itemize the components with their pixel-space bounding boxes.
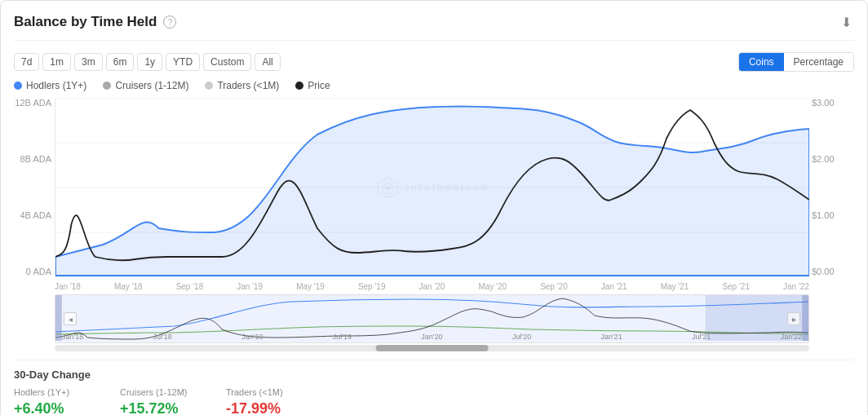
price-dot	[295, 82, 303, 90]
svg-rect-11	[802, 295, 808, 341]
card-title: Balance by Time Held	[14, 14, 157, 30]
y-right-label-1: $2.00	[812, 154, 848, 164]
filter-3m[interactable]: 3m	[74, 53, 103, 71]
svg-rect-10	[55, 295, 62, 341]
download-icon[interactable]: ⬇	[838, 14, 854, 30]
price-label: Price	[308, 80, 330, 91]
time-filters: 7d 1m 3m 6m 1y YTD Custom All	[14, 53, 281, 71]
mini-chart: Jan'18 Jul'18 Jan'19 Jul'19 Jan'20 Jul'2…	[55, 294, 809, 343]
stat-value-0: +6.40%	[14, 400, 87, 415]
hodlers-dot	[14, 82, 22, 90]
title-group: Balance by Time Held ?	[14, 14, 176, 30]
y-axis-left: 12B ADA 8B ADA 4B ADA 0 ADA	[15, 98, 51, 276]
chart-wrapper: intotheblock 12B ADA 8B ADA 4B ADA 0 ADA…	[55, 98, 809, 351]
traders-dot	[205, 82, 213, 90]
x-label-4: May '19	[296, 282, 325, 291]
stat-value-1: +15.72%	[120, 400, 193, 415]
y-right-label-0: $3.00	[812, 98, 848, 108]
toolbar: 7d 1m 3m 6m 1y YTD Custom All Coins Perc…	[14, 52, 854, 72]
stat-header-1: Cruisers (1-12M)	[120, 387, 193, 397]
mini-chart-left-arrow[interactable]: ◂	[64, 312, 77, 325]
stat-header-2: Traders (<1M)	[226, 387, 299, 397]
y-left-label-3: 0 ADA	[15, 267, 51, 276]
main-chart-area: intotheblock 12B ADA 8B ADA 4B ADA 0 ADA…	[55, 98, 809, 277]
stat-header-0: Hodlers (1Y+)	[14, 387, 87, 397]
mini-chart-right-arrow[interactable]: ▸	[787, 312, 800, 325]
filter-all[interactable]: All	[255, 53, 280, 71]
scrollbar-thumb[interactable]	[375, 345, 489, 351]
x-label-7: May '20	[478, 282, 507, 291]
legend-hodlers: Hodlers (1Y+)	[14, 80, 86, 91]
y-left-label-0: 12B ADA	[15, 98, 51, 108]
svg-rect-8	[55, 295, 808, 341]
x-label-12: Jan '22	[783, 282, 809, 291]
stats-section: 30-Day Change Hodlers (1Y+) Cruisers (1-…	[14, 360, 854, 415]
legend-cruisers: Cruisers (1-12M)	[103, 80, 188, 91]
filter-7d[interactable]: 7d	[14, 53, 39, 71]
hodlers-label: Hodlers (1Y+)	[26, 80, 86, 91]
stats-values: +6.40% +15.72% -17.99%	[14, 400, 854, 415]
stats-headers: Hodlers (1Y+) Cruisers (1-12M) Traders (…	[14, 387, 854, 397]
view-percentage-button[interactable]: Percentage	[784, 53, 853, 71]
y-right-label-3: $0.00	[812, 267, 848, 276]
stats-section-label: 30-Day Change	[14, 369, 854, 381]
x-label-3: Jan '19	[237, 282, 263, 291]
stat-value-2: -17.99%	[226, 400, 299, 415]
scrollbar[interactable]	[55, 345, 809, 351]
y-left-label-1: 8B ADA	[15, 154, 51, 164]
cruisers-dot	[103, 82, 111, 90]
filter-1y[interactable]: 1y	[137, 53, 162, 71]
hodlers-area	[55, 107, 809, 276]
filter-1m[interactable]: 1m	[42, 53, 71, 71]
balance-card: Balance by Time Held ? ⬇ 7d 1m 3m 6m 1y …	[0, 0, 868, 415]
x-label-2: Sep '18	[176, 282, 204, 291]
x-label-1: May '18	[114, 282, 143, 291]
view-coins-button[interactable]: Coins	[739, 53, 784, 71]
help-icon[interactable]: ?	[163, 15, 176, 29]
card-header: Balance by Time Held ? ⬇	[14, 14, 854, 41]
y-right-label-2: $1.00	[812, 210, 848, 220]
legend-price: Price	[295, 80, 330, 91]
traders-label: Traders (<1M)	[217, 80, 279, 91]
x-label-10: May '21	[661, 282, 689, 291]
y-left-label-2: 4B ADA	[15, 210, 51, 220]
filter-6m[interactable]: 6m	[106, 53, 135, 71]
mini-chart-svg	[55, 295, 808, 341]
chart-legend: Hodlers (1Y+) Cruisers (1-12M) Traders (…	[14, 80, 854, 91]
x-label-0: Jan '18	[55, 282, 81, 291]
y-axis-right: $3.00 $2.00 $1.00 $0.00	[812, 98, 848, 276]
cruisers-label: Cruisers (1-12M)	[115, 80, 188, 91]
main-chart-svg	[55, 98, 809, 277]
x-label-8: Sep '20	[540, 282, 568, 291]
filter-custom[interactable]: Custom	[203, 53, 251, 71]
x-label-9: Jan '21	[601, 282, 627, 291]
legend-traders: Traders (<1M)	[205, 80, 279, 91]
x-label-11: Sep '21	[722, 282, 750, 291]
view-toggle: Coins Percentage	[738, 52, 854, 72]
x-label-5: Sep '19	[358, 282, 386, 291]
x-label-6: Jan '20	[419, 282, 445, 291]
filter-ytd[interactable]: YTD	[166, 53, 200, 71]
x-axis: Jan '18 May '18 Sep '18 Jan '19 May '19 …	[55, 279, 809, 291]
